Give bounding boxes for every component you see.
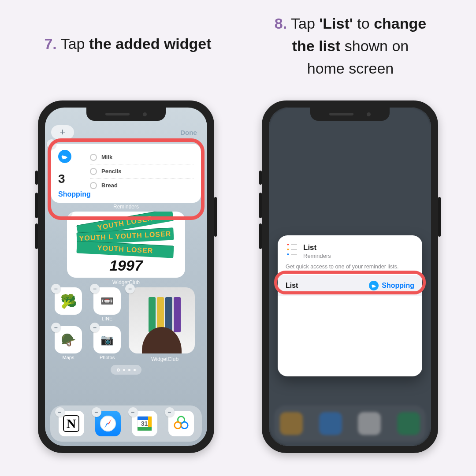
dock-app-calendar[interactable]: – 31 xyxy=(132,411,157,436)
reminders-app-icon xyxy=(286,243,298,256)
svg-point-10 xyxy=(181,422,188,428)
fish-icon xyxy=(58,150,71,163)
remove-badge-icon[interactable]: – xyxy=(67,212,72,217)
widgetclub-widget-2[interactable]: – WidgetClub xyxy=(129,287,201,362)
app-photos[interactable]: – 📷 Photos xyxy=(90,326,124,360)
knot-icon xyxy=(173,415,190,432)
selected-list-value: Shopping xyxy=(382,282,414,290)
remove-badge-icon[interactable]: – xyxy=(125,284,135,294)
svg-point-11 xyxy=(174,422,181,428)
app-label: LINE xyxy=(102,316,112,321)
step-8-caption: 8. Tap 'List' to change the list shown o… xyxy=(238,12,463,80)
remove-badge-icon[interactable]: – xyxy=(51,323,61,332)
config-description: Get quick access to one of your reminder… xyxy=(278,259,422,270)
phone-right: List Reminders Get quick access to one o… xyxy=(262,100,438,453)
remove-badge-icon[interactable]: – xyxy=(47,139,56,149)
widgetclub-widget-1[interactable]: – YOUTH LOSER YOUTH L YOUTH LOSER YOUTH … xyxy=(67,212,185,278)
phone-right-screen: List Reminders Get quick access to one o… xyxy=(269,108,431,446)
remove-badge-icon[interactable]: – xyxy=(55,407,65,417)
add-widget-button[interactable]: + xyxy=(51,125,74,139)
widget-config-card: List Reminders Get quick access to one o… xyxy=(278,235,422,376)
app-label: Maps xyxy=(63,355,74,360)
safari-icon xyxy=(99,414,117,433)
army-man-icon: 🪖 xyxy=(61,333,76,347)
remove-badge-icon[interactable]: – xyxy=(90,284,100,294)
fish-icon xyxy=(369,281,379,290)
remove-badge-icon[interactable]: – xyxy=(92,407,101,417)
broccoli-icon: 🥦 xyxy=(60,294,77,309)
reminder-item: Milk xyxy=(101,154,112,160)
remove-badge-icon[interactable]: – xyxy=(51,284,61,294)
dock-app-notion[interactable]: – N xyxy=(59,411,84,436)
reminder-item: Bread xyxy=(101,182,118,189)
edit-topbar: + Done xyxy=(45,125,207,139)
dock: – N – – xyxy=(50,405,202,442)
remove-badge-icon[interactable]: – xyxy=(128,407,138,417)
remove-badge-icon[interactable]: – xyxy=(165,407,175,417)
done-button[interactable]: Done xyxy=(176,126,201,138)
remove-badge-icon[interactable]: – xyxy=(90,323,100,332)
app-broccoli[interactable]: –🥦 xyxy=(51,287,86,316)
reminders-widget-label: Reminders xyxy=(45,204,207,210)
cassette-icon: 📼 xyxy=(100,295,114,307)
reminder-item: Pencils xyxy=(101,168,122,175)
config-title: List xyxy=(303,243,331,252)
phone-left: + Done – 3 Shopping Milk Pencils Bread R… xyxy=(38,100,214,453)
app-line[interactable]: – 📼 LINE xyxy=(90,287,124,321)
phone-left-screen: + Done – 3 Shopping Milk Pencils Bread R… xyxy=(45,108,207,446)
reminders-list-name: Shopping xyxy=(58,190,90,198)
reminders-widget[interactable]: – 3 Shopping Milk Pencils Bread xyxy=(51,144,201,203)
youth-sticker: YOUTH LOSER xyxy=(76,241,174,258)
step-7-caption: 7. Tap the added widget xyxy=(31,33,225,55)
app-label: Photos xyxy=(100,355,115,360)
config-subtitle: Reminders xyxy=(303,253,331,259)
page-indicator[interactable] xyxy=(111,365,141,375)
list-row-label: List xyxy=(286,282,298,290)
app-icon-grid: –🥦 – 📼 LINE – xyxy=(51,287,201,362)
widgetclub-label: WidgetClub xyxy=(129,356,201,362)
step-7-number: 7. xyxy=(44,35,56,52)
notion-icon: N xyxy=(63,415,80,432)
dock-app-safari[interactable]: – xyxy=(95,411,121,436)
list-selector-row[interactable]: List Shopping xyxy=(278,275,422,296)
step-8-number: 8. xyxy=(275,15,287,32)
youth-year: 1997 xyxy=(67,257,185,274)
camera-icon: 📷 xyxy=(100,334,114,346)
dock-app-chatgpt[interactable]: – xyxy=(168,411,194,436)
widgetclub-label: WidgetClub xyxy=(45,279,207,286)
reminders-count: 3 xyxy=(58,172,90,186)
app-maps[interactable]: – 🪖 Maps xyxy=(51,326,86,360)
